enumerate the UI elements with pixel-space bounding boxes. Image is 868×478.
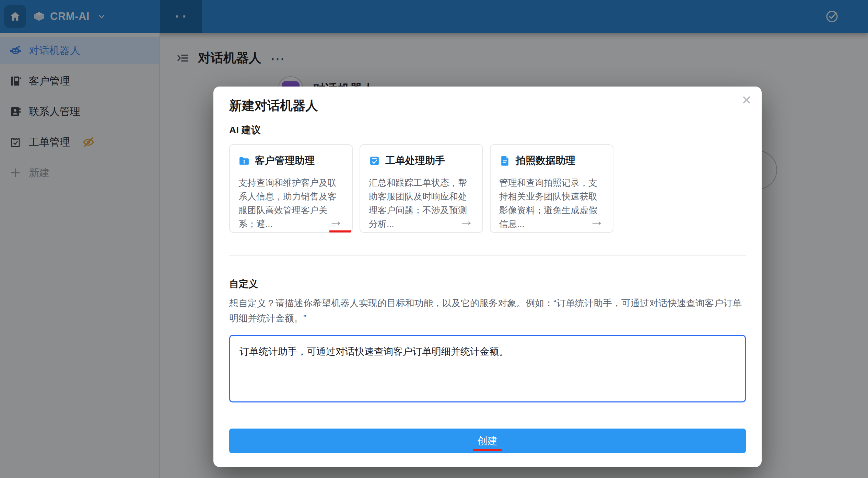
- document-icon: [499, 155, 511, 167]
- suggestion-card-ticket-assistant[interactable]: 工单处理助手 汇总和跟踪工单状态，帮助客服团队及时响应和处理客户问题；不涉及预测…: [360, 144, 483, 233]
- annotation-red-underline: [473, 449, 502, 451]
- create-button[interactable]: 创建: [229, 429, 746, 453]
- modal-title: 新建对话机器人: [229, 99, 746, 113]
- suggestion-card-photo-data-assistant[interactable]: 拍照数据助理 管理和查询拍照记录，支持相关业务团队快速获取影像资料；避免生成虚假…: [490, 144, 613, 233]
- card-description: 汇总和跟踪工单状态，帮助客服团队及时响应和处理客户问题；不涉及预测分析...: [369, 176, 474, 231]
- create-button-label: 创建: [477, 434, 498, 448]
- arrow-right-icon[interactable]: →: [459, 214, 473, 228]
- ai-suggestion-cards: 客户管理助理 支持查询和维护客户及联系人信息，助力销售及客服团队高效管理客户关系…: [229, 144, 746, 233]
- arrow-right-icon[interactable]: →: [589, 214, 604, 228]
- card-description: 管理和查询拍照记录，支持相关业务团队快速获取影像资料；避免生成虚假信息...: [499, 176, 605, 231]
- arrow-right-icon[interactable]: →: [329, 214, 343, 228]
- folder-info-icon: [238, 155, 250, 167]
- card-description: 支持查询和维护客户及联系人信息，助力销售及客服团队高效管理客户关系；避...: [238, 176, 344, 231]
- ai-suggestions-heading: AI 建议: [229, 125, 746, 135]
- close-icon[interactable]: ✕: [739, 93, 754, 108]
- section-divider: [229, 255, 746, 256]
- new-chatbot-modal: ✕ 新建对话机器人 AI 建议 客户管理助理 支持查询和维护客户及联系人信息，助…: [213, 87, 762, 467]
- card-title: 客户管理助理: [255, 154, 315, 168]
- card-title: 工单处理助手: [385, 154, 445, 168]
- app-screen: CRM-AI ··: [0, 0, 868, 478]
- card-title: 拍照数据助理: [516, 154, 575, 168]
- annotation-red-underline: [329, 230, 351, 232]
- suggestion-card-customer-assistant[interactable]: 客户管理助理 支持查询和维护客户及联系人信息，助力销售及客服团队高效管理客户关系…: [229, 144, 353, 233]
- clipboard-check-icon: [369, 155, 380, 167]
- custom-section-heading: 自定义: [229, 279, 746, 289]
- custom-section-description: 想自定义？请描述你希望机器人实现的目标和功能，以及它的服务对象。例如：“订单统计…: [229, 296, 746, 326]
- bot-description-input[interactable]: 订单统计助手，可通过对话快速查询客户订单明细并统计金额。: [229, 335, 746, 402]
